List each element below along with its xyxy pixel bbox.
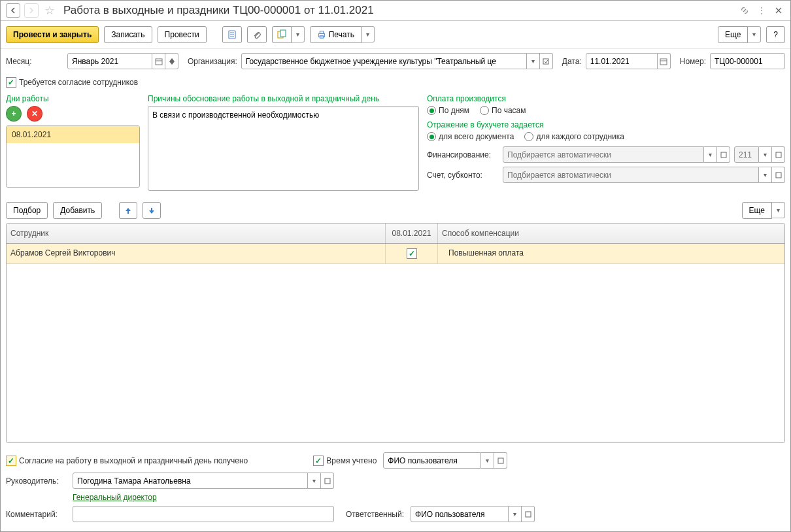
nav-back-button[interactable]: [6, 3, 20, 18]
svg-rect-15: [776, 152, 781, 158]
payment-label: Оплата производится: [427, 94, 785, 103]
print-label: Печать: [329, 30, 354, 39]
post-button[interactable]: Провести: [158, 26, 207, 43]
comment-label: Комментарий:: [6, 510, 66, 519]
month-input[interactable]: [67, 53, 152, 69]
month-label: Месяц:: [6, 57, 63, 66]
comment-input[interactable]: [73, 506, 334, 522]
org-dropdown[interactable]: ▾: [527, 53, 540, 69]
date-label: Дата:: [562, 57, 582, 66]
post-and-close-button[interactable]: Провести и закрыть: [6, 26, 99, 43]
svg-rect-14: [721, 152, 726, 158]
col-compensation[interactable]: Способ компенсации: [438, 224, 784, 243]
more-button[interactable]: Еще: [718, 26, 748, 43]
financing-dropdown[interactable]: ▾: [704, 146, 717, 163]
help-button[interactable]: ?: [766, 26, 785, 43]
employees-table: Сотрудник 08.01.2021 Способ компенсации …: [6, 223, 785, 443]
kebab-menu-icon[interactable]: ⋮: [755, 4, 768, 17]
days-list[interactable]: 08.01.2021: [6, 125, 140, 188]
col-employee[interactable]: Сотрудник: [7, 224, 386, 243]
svg-rect-12: [660, 59, 667, 65]
org-input[interactable]: [241, 53, 527, 69]
attachment-icon-button[interactable]: [247, 26, 267, 43]
number-input[interactable]: [710, 53, 785, 69]
org-open-button[interactable]: [540, 53, 553, 69]
account-dropdown[interactable]: ▾: [759, 167, 772, 183]
time-user-input[interactable]: [383, 452, 481, 469]
responsible-open[interactable]: [522, 506, 535, 522]
cell-date-check[interactable]: ✓: [386, 244, 438, 263]
financing-open[interactable]: [717, 146, 730, 163]
month-spinner[interactable]: [165, 53, 178, 69]
statya-open[interactable]: [772, 146, 785, 163]
nav-forward-button[interactable]: [24, 3, 39, 18]
days-label: Дни работы: [6, 94, 140, 103]
print-dropdown[interactable]: ▾: [362, 26, 375, 42]
by-hours-radio[interactable]: По часам: [480, 106, 526, 115]
month-calendar-button[interactable]: [152, 53, 165, 69]
table-more-button[interactable]: Еще: [742, 202, 772, 219]
add-day-button[interactable]: +: [6, 106, 22, 122]
move-up-button[interactable]: [119, 202, 137, 219]
statya-dropdown[interactable]: ▾: [759, 146, 772, 163]
print-button[interactable]: Печать: [310, 26, 362, 43]
responsible-label: Ответственный:: [346, 510, 404, 519]
consent-received-label: Согласие на работу в выходной и празднич…: [19, 456, 248, 465]
statya-input[interactable]: [734, 146, 759, 163]
favorite-star-icon[interactable]: ☆: [42, 3, 57, 18]
svg-rect-19: [526, 512, 531, 517]
accounting-label: Отражение в бухучете задается: [427, 120, 785, 129]
account-input[interactable]: [503, 167, 759, 183]
time-counted-label: Время учтено: [326, 456, 377, 465]
number-label: Номер:: [680, 57, 706, 66]
manager-label: Руководитель:: [6, 476, 66, 486]
date-input[interactable]: [586, 53, 658, 69]
svg-rect-7: [320, 31, 323, 34]
consent-required-label: Требуется согласие сотрудников: [19, 78, 138, 87]
svg-rect-17: [498, 458, 503, 463]
report-icon-button[interactable]: [222, 26, 242, 43]
financing-label: Финансирование:: [427, 150, 499, 159]
account-label: Счет, субконто:: [427, 171, 499, 180]
svg-rect-18: [325, 478, 330, 484]
time-counted-checkbox[interactable]: ✓ Время учтено: [313, 456, 377, 466]
table-more-dropdown[interactable]: ▾: [772, 202, 785, 218]
link-icon[interactable]: [738, 4, 751, 17]
per-employee-radio[interactable]: для каждого сотрудника: [524, 132, 624, 141]
by-days-radio[interactable]: По дням: [427, 106, 469, 115]
responsible-dropdown[interactable]: ▾: [509, 506, 522, 522]
create-based-on-dropdown[interactable]: ▾: [292, 26, 305, 42]
time-user-open[interactable]: [494, 452, 507, 469]
svg-rect-11: [543, 59, 548, 64]
reason-textarea[interactable]: [148, 106, 419, 191]
financing-input[interactable]: [503, 146, 704, 163]
select-employees-button[interactable]: Подбор: [6, 202, 48, 219]
cell-employee[interactable]: Абрамов Сергей Викторович: [7, 244, 386, 263]
time-user-dropdown[interactable]: ▾: [481, 452, 494, 469]
date-calendar-button[interactable]: [658, 53, 671, 69]
cell-compensation[interactable]: Повышенная оплата: [438, 244, 784, 263]
window-title: Работа в выходные и праздники ТЦ00-00000…: [63, 4, 734, 17]
account-open[interactable]: [772, 167, 785, 183]
svg-rect-16: [776, 173, 781, 178]
responsible-input[interactable]: [411, 506, 509, 522]
org-label: Организация:: [188, 57, 237, 66]
delete-day-button[interactable]: ✕: [27, 106, 42, 122]
day-item[interactable]: 08.01.2021: [7, 126, 139, 143]
consent-received-checkbox[interactable]: ✓ Согласие на работу в выходной и праздн…: [6, 456, 248, 466]
svg-rect-9: [156, 59, 162, 65]
col-date[interactable]: 08.01.2021: [386, 224, 438, 243]
consent-required-checkbox[interactable]: ✓ Требуется согласие сотрудников: [6, 77, 138, 88]
manager-input[interactable]: [73, 473, 308, 489]
move-down-button[interactable]: [143, 202, 161, 219]
manager-dropdown[interactable]: ▾: [308, 473, 321, 489]
manager-open[interactable]: [321, 473, 334, 489]
table-row[interactable]: Абрамов Сергей Викторович ✓ Повышенная о…: [7, 244, 784, 264]
more-dropdown[interactable]: ▾: [748, 26, 761, 42]
whole-doc-radio[interactable]: для всего документа: [427, 132, 514, 141]
close-icon[interactable]: [772, 4, 785, 17]
create-based-on-button[interactable]: [272, 26, 292, 43]
save-button[interactable]: Записать: [104, 26, 152, 43]
add-row-button[interactable]: Добавить: [53, 202, 102, 219]
manager-position-link[interactable]: Генеральный директор: [73, 493, 157, 502]
